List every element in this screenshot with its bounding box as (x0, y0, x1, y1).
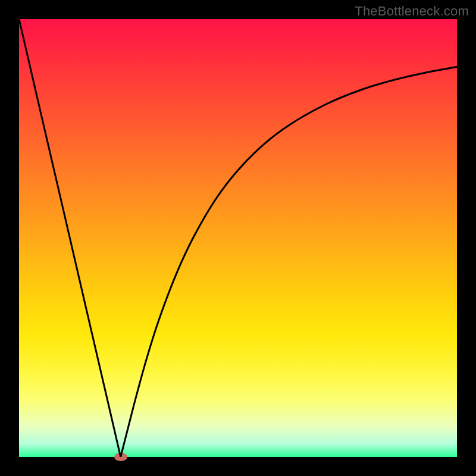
watermark-text: TheBottleneck.com (355, 4, 469, 19)
minimum-marker (114, 453, 127, 461)
chart-frame: TheBottleneck.com (0, 0, 476, 476)
plot-area (19, 19, 457, 457)
bottleneck-curve (19, 19, 457, 457)
